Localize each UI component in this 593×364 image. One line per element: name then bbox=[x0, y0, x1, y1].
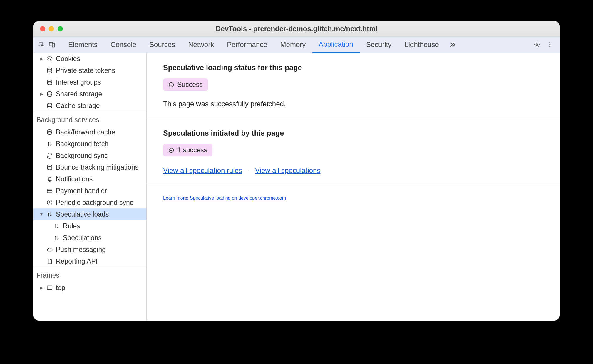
tab-lighthouse[interactable]: Lighthouse bbox=[398, 37, 445, 53]
sidebar-item-label: Bounce tracking mitigations bbox=[56, 164, 138, 171]
sidebar-item-private-state-tokens[interactable]: Private state tokens bbox=[33, 65, 146, 76]
sidebar-item-reporting-api[interactable]: Reporting API bbox=[33, 255, 146, 267]
sidebar-item-speculative-loads[interactable]: ▼ Speculative loads bbox=[33, 208, 146, 220]
sidebar-item-notifications[interactable]: Notifications bbox=[33, 173, 146, 185]
up-down-arrows-icon bbox=[53, 223, 60, 229]
database-icon bbox=[46, 102, 53, 109]
main-content: Speculative loading status for this page… bbox=[147, 53, 560, 321]
speculations-heading: Speculations initiated by this page bbox=[163, 129, 543, 137]
expand-arrow-icon: ▶ bbox=[39, 92, 43, 96]
svg-point-5 bbox=[549, 44, 550, 45]
sidebar-item-label: Reporting API bbox=[56, 257, 98, 265]
devtools-tabbar: Elements Console Sources Network Perform… bbox=[33, 37, 560, 53]
sidebar-item-background-fetch[interactable]: Background fetch bbox=[33, 138, 146, 150]
up-down-arrows-icon bbox=[53, 235, 60, 241]
svg-point-4 bbox=[549, 42, 550, 43]
sidebar-item-push-messaging[interactable]: Push messaging bbox=[33, 244, 146, 255]
panel-tabs: Elements Console Sources Network Perform… bbox=[62, 37, 459, 53]
svg-point-9 bbox=[50, 59, 51, 60]
sidebar-item-background-sync[interactable]: Background sync bbox=[33, 150, 146, 161]
bell-icon bbox=[46, 176, 53, 182]
sidebar-item-label: Rules bbox=[63, 222, 80, 230]
speculations-badge-label: 1 success bbox=[177, 146, 207, 154]
status-badge: Success bbox=[163, 78, 208, 91]
frame-icon bbox=[46, 284, 53, 291]
close-window-button[interactable] bbox=[40, 26, 45, 31]
kebab-menu-icon[interactable] bbox=[547, 41, 553, 48]
tab-label: Lighthouse bbox=[404, 41, 439, 49]
sync-icon bbox=[46, 152, 53, 159]
settings-icon[interactable] bbox=[534, 41, 540, 48]
maximize-window-button[interactable] bbox=[58, 26, 63, 31]
check-circle-icon bbox=[168, 147, 174, 153]
more-tabs-button[interactable] bbox=[445, 37, 459, 53]
database-icon bbox=[46, 164, 53, 171]
sidebar-item-label: Payment handler bbox=[56, 187, 107, 195]
expand-arrow-icon: ▶ bbox=[39, 285, 43, 290]
svg-point-7 bbox=[47, 56, 52, 61]
tab-label: Security bbox=[366, 41, 392, 49]
tab-label: Performance bbox=[227, 41, 267, 49]
sidebar-item-label: Background sync bbox=[56, 152, 108, 160]
tab-elements[interactable]: Elements bbox=[62, 37, 104, 53]
window-controls bbox=[40, 26, 63, 31]
tab-network[interactable]: Network bbox=[182, 37, 220, 53]
sidebar-item-label: top bbox=[56, 284, 65, 292]
tab-security[interactable]: Security bbox=[360, 37, 398, 53]
sidebar-item-periodic-background-sync[interactable]: Periodic background sync bbox=[33, 197, 146, 208]
tab-label: Sources bbox=[149, 41, 175, 49]
database-icon bbox=[46, 91, 53, 97]
sidebar-item-bounce-tracking[interactable]: Bounce tracking mitigations bbox=[33, 161, 146, 173]
sidebar-item-label: Periodic background sync bbox=[56, 199, 133, 207]
svg-rect-16 bbox=[47, 189, 52, 193]
sidebar-item-back-forward-cache[interactable]: Back/forward cache bbox=[33, 126, 146, 138]
sidebar-item-shared-storage[interactable]: ▶ Shared storage bbox=[33, 88, 146, 100]
speculations-section: Speculations initiated by this page 1 su… bbox=[147, 118, 560, 185]
sidebar-item-interest-groups[interactable]: Interest groups bbox=[33, 76, 146, 88]
collapse-arrow-icon: ▼ bbox=[39, 212, 43, 217]
status-heading: Speculative loading status for this page bbox=[163, 63, 543, 72]
database-icon bbox=[46, 67, 53, 74]
svg-point-14 bbox=[48, 130, 52, 132]
sidebar-item-label: Interest groups bbox=[56, 78, 101, 86]
svg-rect-2 bbox=[52, 43, 54, 47]
sidebar-item-cache-storage[interactable]: Cache storage bbox=[33, 100, 146, 112]
tab-application[interactable]: Application bbox=[312, 37, 359, 53]
sidebar-item-label: Push messaging bbox=[56, 246, 106, 254]
svg-point-13 bbox=[48, 103, 52, 105]
inspect-element-icon[interactable] bbox=[38, 41, 45, 48]
clock-icon bbox=[46, 199, 53, 206]
link-separator: · bbox=[248, 166, 250, 174]
sidebar-item-cookies[interactable]: ▶ Cookies bbox=[33, 53, 146, 65]
tab-label: Application bbox=[319, 40, 353, 48]
devtools-window: DevTools - prerender-demos.glitch.me/nex… bbox=[33, 21, 560, 321]
learn-more-link[interactable]: Learn more: Speculative loading on devel… bbox=[163, 196, 286, 200]
svg-point-19 bbox=[169, 82, 174, 87]
svg-point-12 bbox=[48, 92, 52, 93]
minimize-window-button[interactable] bbox=[49, 26, 54, 31]
view-all-speculation-rules-link[interactable]: View all speculation rules bbox=[163, 166, 242, 174]
tab-console[interactable]: Console bbox=[104, 37, 143, 53]
speculations-badge: 1 success bbox=[163, 144, 212, 156]
sidebar-item-top-frame[interactable]: ▶ top bbox=[33, 282, 146, 294]
tab-memory[interactable]: Memory bbox=[274, 37, 312, 53]
titlebar: DevTools - prerender-demos.glitch.me/nex… bbox=[33, 21, 560, 37]
device-toolbar-icon[interactable] bbox=[49, 41, 55, 48]
sidebar-item-speculations[interactable]: Speculations bbox=[33, 232, 146, 244]
sidebar-item-label: Cookies bbox=[56, 55, 80, 63]
svg-point-10 bbox=[48, 68, 52, 70]
sidebar-item-rules[interactable]: Rules bbox=[33, 220, 146, 232]
svg-rect-18 bbox=[47, 286, 52, 290]
sidebar-section-header: Background services bbox=[33, 112, 146, 126]
tab-label: Elements bbox=[68, 41, 98, 49]
sidebar-item-label: Notifications bbox=[56, 175, 93, 183]
tab-sources[interactable]: Sources bbox=[143, 37, 182, 53]
sidebar-item-label: Private state tokens bbox=[56, 67, 115, 75]
tab-performance[interactable]: Performance bbox=[220, 37, 274, 53]
sidebar-item-label: Back/forward cache bbox=[56, 128, 115, 136]
svg-point-6 bbox=[549, 46, 550, 47]
sidebar-section-header: Frames bbox=[33, 267, 146, 282]
view-all-speculations-link[interactable]: View all speculations bbox=[255, 166, 320, 174]
window-title: DevTools - prerender-demos.glitch.me/nex… bbox=[33, 25, 560, 33]
sidebar-item-payment-handler[interactable]: Payment handler bbox=[33, 185, 146, 197]
